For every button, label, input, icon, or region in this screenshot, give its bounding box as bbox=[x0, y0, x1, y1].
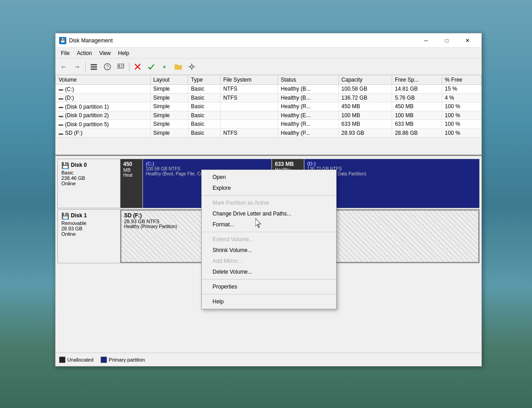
svg-text:?: ? bbox=[106, 64, 109, 69]
ctx-open[interactable]: Open bbox=[202, 172, 336, 183]
svg-rect-8 bbox=[121, 66, 122, 67]
table-row[interactable]: (C:) Simple Basic NTFS Healthy (B... 100… bbox=[56, 85, 481, 94]
col-filesystem[interactable]: File System bbox=[220, 75, 278, 85]
toolbar: ← → ? bbox=[56, 59, 481, 75]
ctx-format[interactable]: Format... bbox=[202, 219, 336, 230]
disk1-status: Online bbox=[61, 231, 116, 237]
toolbar-list[interactable] bbox=[88, 60, 100, 73]
ctx-shrink[interactable]: Shrink Volume... bbox=[202, 245, 336, 256]
menu-file[interactable]: File bbox=[57, 49, 73, 57]
table-row[interactable]: (D:) Simple Basic NTFS Healthy (B... 136… bbox=[56, 93, 481, 102]
cell-volume: (Disk 0 partition 1) bbox=[56, 102, 151, 111]
toolbar-delete[interactable] bbox=[131, 60, 144, 73]
toolbar-properties[interactable] bbox=[115, 60, 127, 73]
maximize-button[interactable]: □ bbox=[436, 33, 457, 48]
ctx-help[interactable]: Help bbox=[202, 296, 336, 307]
ctx-extend: Extend Volume... bbox=[202, 234, 336, 245]
col-capacity[interactable]: Capacity bbox=[338, 75, 392, 85]
menu-bar: File Action View Help bbox=[56, 48, 481, 59]
part4-label: (D:) bbox=[307, 161, 476, 166]
menu-view[interactable]: View bbox=[96, 49, 115, 57]
toolbar-add[interactable]: + bbox=[158, 60, 171, 73]
context-menu: Open Explore Mark Partition as Active Ch… bbox=[201, 170, 337, 309]
ctx-sep-1 bbox=[202, 195, 336, 196]
menu-help[interactable]: Help bbox=[115, 49, 133, 57]
col-type[interactable]: Type bbox=[188, 75, 220, 85]
col-percent[interactable]: % Free bbox=[442, 75, 481, 85]
svg-rect-7 bbox=[121, 64, 123, 65]
disk0-name: Disk 0 bbox=[71, 162, 87, 168]
cell-volume: (Disk 0 partition 2) bbox=[56, 111, 151, 120]
table-row[interactable]: SD (F:) Simple Basic NTFS Healthy (P... … bbox=[56, 128, 481, 138]
ctx-properties[interactable]: Properties bbox=[202, 281, 336, 292]
ctx-sep-4 bbox=[202, 294, 336, 294]
col-free[interactable]: Free Sp... bbox=[392, 75, 442, 85]
disk0-type: Basic bbox=[61, 170, 116, 175]
cell-volume: (D:) bbox=[56, 93, 151, 102]
ctx-sep-3 bbox=[202, 279, 336, 280]
legend-bar: Unallocated Primary partition bbox=[56, 353, 481, 366]
legend-unallocated-label: Unallocated bbox=[67, 357, 93, 362]
toolbar-sep-2 bbox=[129, 62, 130, 71]
cell-volume: (C:) bbox=[56, 85, 151, 94]
col-status[interactable]: Status bbox=[278, 75, 338, 85]
legend-unallocated-color bbox=[59, 357, 65, 363]
svg-text:+: + bbox=[162, 63, 166, 70]
toolbar-forward[interactable]: → bbox=[71, 60, 83, 73]
ctx-add-mirror: Add Mirror... bbox=[202, 256, 336, 266]
table-row[interactable]: (Disk 0 partition 1) Simple Basic Health… bbox=[56, 102, 481, 111]
cell-volume: (Disk 0 partition 5) bbox=[56, 120, 151, 129]
app-icon: 💾 bbox=[59, 37, 66, 44]
svg-point-12 bbox=[190, 65, 193, 68]
disk0-size: 238.46 GB bbox=[61, 175, 116, 181]
menu-action[interactable]: Action bbox=[73, 49, 95, 57]
disk1-info: 💾 Disk 1 Removable 28.93 GB Online bbox=[57, 209, 120, 263]
svg-rect-6 bbox=[118, 64, 120, 67]
disk1-name: Disk 1 bbox=[71, 212, 87, 219]
svg-rect-1 bbox=[91, 66, 97, 68]
window-title: Disk Management bbox=[69, 37, 416, 44]
toolbar-check[interactable] bbox=[145, 60, 157, 73]
title-bar: 💾 Disk Management ─ □ ✕ bbox=[56, 33, 481, 48]
part2-label: (C:) bbox=[146, 161, 268, 166]
toolbar-folder[interactable] bbox=[172, 60, 185, 73]
svg-rect-0 bbox=[91, 64, 97, 65]
disk-management-window: 💾 Disk Management ─ □ ✕ File Action View… bbox=[55, 33, 482, 367]
toolbar-back[interactable]: ← bbox=[57, 60, 70, 73]
close-button[interactable]: ✕ bbox=[457, 33, 478, 48]
disk0-info: 💾 Disk 0 Basic 238.46 GB Online bbox=[57, 159, 120, 208]
title-buttons: ─ □ ✕ bbox=[416, 33, 478, 48]
svg-rect-2 bbox=[91, 69, 97, 70]
legend-primary-label: Primary partition bbox=[109, 357, 145, 362]
table-section: Volume Layout Type File System Status Ca… bbox=[56, 75, 481, 156]
toolbar-sep-1 bbox=[85, 62, 86, 71]
disk-table: Volume Layout Type File System Status Ca… bbox=[56, 75, 481, 138]
disk0-status: Online bbox=[61, 181, 116, 186]
legend-primary: Primary partition bbox=[101, 357, 145, 363]
ctx-change-letter[interactable]: Change Drive Letter and Paths... bbox=[202, 208, 336, 219]
legend-primary-color bbox=[101, 357, 107, 363]
col-layout[interactable]: Layout bbox=[150, 75, 188, 85]
ctx-mark-active: Mark Partition as Active bbox=[202, 197, 336, 208]
col-volume[interactable]: Volume bbox=[56, 75, 151, 85]
minimize-button[interactable]: ─ bbox=[416, 33, 436, 48]
table-row[interactable]: (Disk 0 partition 2) Simple Basic Health… bbox=[56, 111, 481, 120]
legend-unallocated: Unallocated bbox=[59, 357, 93, 363]
toolbar-help[interactable]: ? bbox=[101, 60, 114, 73]
ctx-explore[interactable]: Explore bbox=[202, 183, 336, 193]
disk1-type: Removable bbox=[61, 220, 116, 226]
ctx-delete[interactable]: Delete Volume... bbox=[202, 266, 336, 277]
cell-volume: SD (F:) bbox=[56, 128, 151, 138]
ctx-sep-2 bbox=[202, 232, 336, 232]
table-row[interactable]: (Disk 0 partition 5) Simple Basic Health… bbox=[56, 120, 481, 129]
disk1-size: 28.93 GB bbox=[61, 226, 116, 231]
toolbar-settings[interactable] bbox=[185, 60, 198, 73]
disk0-part1[interactable]: 450 MB Heal bbox=[120, 159, 143, 208]
